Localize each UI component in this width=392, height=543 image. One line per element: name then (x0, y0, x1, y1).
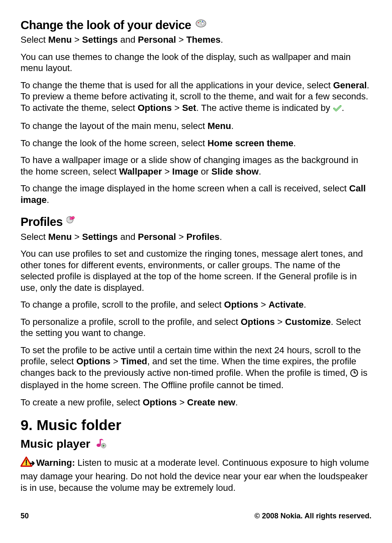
svg-point-4 (202, 21, 203, 22)
svg-point-6 (72, 216, 74, 219)
checkmark-icon (333, 104, 342, 115)
svg-point-3 (200, 21, 201, 22)
copyright-text: © 2008 Nokia. All rights reserved. (254, 511, 371, 521)
chapter-heading: 9. Music folder (21, 416, 371, 434)
section-heading-themes: Change the look of your device (21, 18, 191, 32)
body-text: To create a new profile, select Options … (21, 397, 371, 408)
body-text: To change the theme that is used for all… (21, 80, 371, 115)
nav-path-profiles: Select Menu > Settings and Personal > Pr… (21, 231, 371, 243)
svg-point-2 (198, 22, 199, 23)
body-text: To personalize a profile, scroll to the … (21, 316, 371, 339)
svg-point-1 (201, 23, 204, 25)
section-heading-music-player: Music player (21, 437, 90, 451)
nav-path-themes: Select Menu > Settings and Personal > Th… (21, 34, 371, 46)
section-heading-profiles: Profiles (21, 214, 62, 229)
svg-point-8 (97, 444, 101, 447)
profiles-icon (67, 215, 76, 227)
body-text: To change the layout of the main menu, s… (21, 120, 371, 132)
music-note-icon (95, 437, 107, 452)
body-text: To change the image displayed in the hom… (21, 183, 371, 205)
warning-text: Warning: Listen to music at a moderate l… (21, 456, 371, 494)
body-text: To change a profile, scroll to the profi… (21, 299, 371, 311)
body-text: To set the profile to be active until a … (21, 345, 371, 391)
body-text: You can use themes to change the look of… (21, 51, 371, 74)
palette-icon (195, 18, 207, 31)
body-text: To have a wallpaper image or a slide sho… (21, 154, 371, 177)
body-text: To change the look of the home screen, s… (21, 138, 371, 149)
clock-icon (350, 368, 358, 380)
body-text: You can use profiles to set and customiz… (21, 248, 371, 293)
svg-point-10 (26, 464, 27, 465)
warning-icon (21, 456, 35, 471)
page-number: 50 (21, 511, 29, 521)
